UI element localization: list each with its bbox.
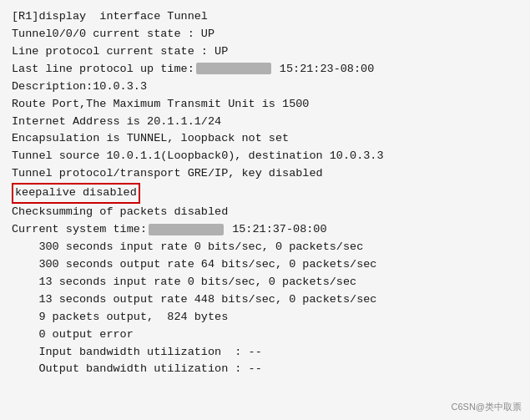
- line-last-line-time: Last line protocol up time: 15:21:23-08:…: [12, 61, 518, 78]
- line-output-error: 0 output error: [12, 326, 518, 344]
- line-300-input: 300 seconds input rate 0 bits/sec, 0 pac…: [12, 239, 518, 256]
- line-tunnel-protocol: Tunnel protocol/transport GRE/IP, key di…: [12, 165, 518, 183]
- line-tunnel-state: Tunnel0/0/0 current state : UP: [12, 26, 518, 43]
- line-300-output: 300 seconds output rate 64 bits/sec, 0 p…: [12, 256, 518, 274]
- watermark: C6SN@类中取票: [451, 401, 522, 413]
- line-13-input: 13 seconds input rate 0 bits/sec, 0 pack…: [12, 274, 518, 291]
- line-protocol-state: Line protocol current state : UP: [12, 43, 518, 61]
- line-internet-addr: Internet Address is 20.1.1.1/24: [12, 114, 518, 131]
- line-output-bw: Output bandwidth utilization : --: [12, 361, 518, 378]
- terminal-window: [R1]display interface Tunnel Tunnel0/0/0…: [0, 0, 530, 420]
- line-encapsulation: Encapsulation is TUNNEL, loopback not se…: [12, 130, 518, 148]
- keepalive-highlight: keepalive disabled: [12, 183, 140, 204]
- line-packets-out: 9 packets output, 824 bytes: [12, 309, 518, 326]
- redacted-time-1: [196, 63, 271, 74]
- line-keepalive: keepalive disabled: [12, 183, 518, 204]
- line-current-time: Current system time: 15:21:37-08:00: [12, 221, 518, 239]
- line-tunnel-source: Tunnel source 10.0.1.1(Loopback0), desti…: [12, 148, 518, 165]
- line-description: Description:10.0.3.3: [12, 78, 518, 96]
- line-cmd: [R1]display interface Tunnel: [12, 8, 518, 26]
- line-route-port: Route Port,The Maximum Transmit Unit is …: [12, 96, 518, 114]
- redacted-time-2: [149, 224, 224, 235]
- line-checksum: Checksumming of packets disabled: [12, 204, 518, 221]
- line-input-bw: Input bandwidth utilization : --: [12, 344, 518, 362]
- line-13-output: 13 seconds output rate 448 bits/sec, 0 p…: [12, 291, 518, 309]
